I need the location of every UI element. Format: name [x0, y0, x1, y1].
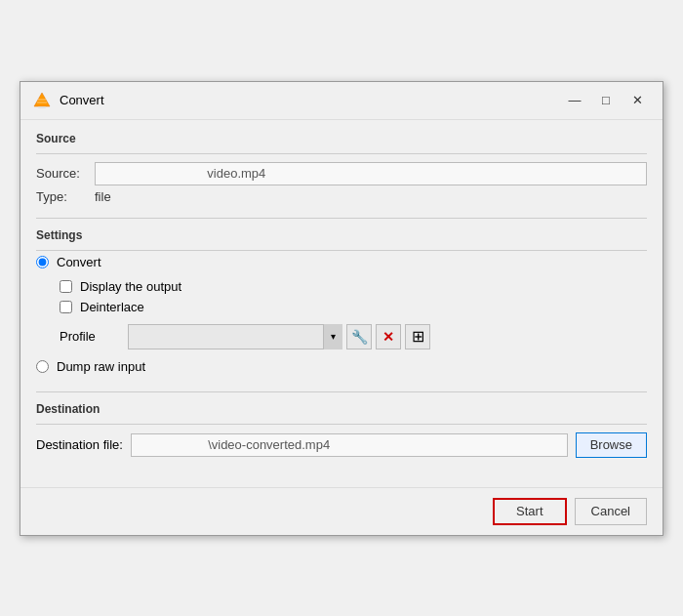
- profile-new-button[interactable]: ⊞: [405, 324, 430, 349]
- browse-button[interactable]: Browse: [576, 432, 647, 458]
- source-input[interactable]: [95, 162, 647, 185]
- profile-select-wrapper: ▾: [128, 324, 342, 349]
- type-label: Type:: [36, 189, 95, 204]
- minimize-button[interactable]: —: [561, 90, 588, 111]
- cancel-button[interactable]: Cancel: [575, 498, 647, 525]
- vlc-icon: [32, 91, 52, 110]
- bottom-bar: Start Cancel: [20, 487, 663, 535]
- profile-select-container: ▾ 🔧 ✕ ⊞: [128, 324, 430, 349]
- settings-group: Settings Convert Display the output Dein…: [36, 228, 647, 378]
- maximize-button[interactable]: □: [592, 90, 620, 111]
- window-title: Convert: [60, 93, 561, 107]
- display-output-row: Display the output: [60, 279, 647, 294]
- close-button[interactable]: ✕: [623, 90, 651, 111]
- titlebar-controls: — □ ✕: [561, 90, 651, 111]
- titlebar: Convert — □ ✕: [20, 82, 663, 120]
- destination-field-row: Destination file: Browse: [36, 432, 647, 458]
- checkbox-group: Display the output Deinterlace: [60, 279, 647, 314]
- convert-radio-row: Convert: [36, 255, 647, 269]
- dump-radio-row: Dump raw input: [36, 359, 647, 374]
- type-value: file: [95, 189, 111, 204]
- display-output-label[interactable]: Display the output: [80, 279, 181, 294]
- destination-group-content: Destination file: Browse: [36, 424, 647, 458]
- display-output-checkbox[interactable]: [60, 280, 72, 293]
- deinterlace-checkbox[interactable]: [60, 301, 72, 313]
- grid-icon: ⊞: [412, 327, 424, 346]
- dump-radio-label[interactable]: Dump raw input: [57, 359, 145, 374]
- deinterlace-label[interactable]: Deinterlace: [80, 300, 144, 314]
- source-group-content: Source: Type: file: [36, 153, 647, 204]
- type-field-row: Type: file: [36, 189, 647, 204]
- deinterlace-row: Deinterlace: [60, 300, 647, 314]
- divider-2: [36, 391, 647, 392]
- source-group-label: Source: [36, 132, 647, 145]
- source-field-row: Source:: [36, 162, 647, 185]
- divider-1: [36, 218, 647, 219]
- destination-input[interactable]: [131, 433, 568, 457]
- settings-group-label: Settings: [36, 228, 647, 242]
- convert-radio[interactable]: [36, 256, 49, 268]
- profile-row: Profile ▾ 🔧 ✕: [60, 324, 647, 349]
- destination-group: Destination Destination file: Browse: [36, 402, 647, 458]
- profile-label: Profile: [60, 329, 128, 344]
- content-area: Source Source: Type: file Settings: [20, 120, 663, 487]
- convert-radio-label[interactable]: Convert: [57, 255, 101, 269]
- wrench-icon: 🔧: [351, 329, 368, 345]
- start-button[interactable]: Start: [493, 498, 566, 525]
- delete-icon: ✕: [382, 329, 394, 345]
- source-label: Source:: [36, 166, 95, 181]
- source-group: Source Source: Type: file: [36, 132, 647, 204]
- dest-file-label: Destination file:: [36, 437, 123, 452]
- svg-rect-1: [38, 106, 46, 108]
- main-window: Convert — □ ✕ Source Source: Type: file: [20, 81, 663, 536]
- destination-group-label: Destination: [36, 402, 647, 416]
- settings-group-content: Convert Display the output Deinterlace P: [36, 250, 647, 378]
- dump-radio[interactable]: [36, 360, 49, 373]
- profile-delete-button[interactable]: ✕: [376, 324, 401, 349]
- profile-select[interactable]: [128, 324, 342, 349]
- profile-edit-button[interactable]: 🔧: [346, 324, 372, 349]
